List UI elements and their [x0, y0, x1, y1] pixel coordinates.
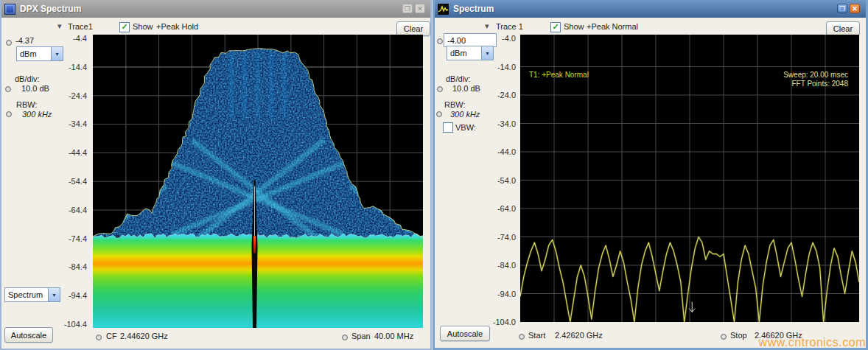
- y-axis-tick-label: -4.4: [50, 33, 87, 43]
- sweep-value: Sweep: 20.00 msec: [783, 71, 848, 80]
- spectrum-window: Spectrum Trace 1 Show +Peak Normal Clear…: [433, 0, 868, 350]
- y-axis-tick-label: -104.0: [479, 317, 516, 327]
- db-div-value[interactable]: 10.0 dB: [452, 84, 480, 93]
- y-axis-tick-label: -44.4: [50, 147, 87, 158]
- start-value[interactable]: 2.42620 GHz: [555, 331, 603, 340]
- spectrum-titlebar[interactable]: Spectrum: [435, 0, 866, 18]
- y-axis-tick-label: -84.0: [479, 260, 516, 270]
- pin-icon[interactable]: [6, 40, 12, 46]
- pin-icon[interactable]: [519, 334, 525, 340]
- vbw-label: VBW:: [455, 123, 476, 132]
- start-label: Start: [528, 331, 545, 340]
- rbw-label: RBW:: [16, 100, 38, 109]
- dropdown-arrow-icon[interactable]: [481, 46, 493, 60]
- show-checkbox[interactable]: [119, 22, 130, 32]
- span-label: Span: [351, 332, 371, 340]
- pin-icon[interactable]: [96, 335, 102, 340]
- trace-info-annotation: T1: +Peak Normal: [529, 71, 589, 79]
- show-label: Show: [133, 22, 153, 31]
- y-axis-tick-label: -84.4: [50, 262, 87, 272]
- clear-button[interactable]: Clear: [396, 21, 430, 36]
- y-axis-tick-label: -14.0: [479, 62, 516, 72]
- units-value: dBm: [447, 49, 481, 57]
- trace-selector[interactable]: Trace 1: [496, 22, 523, 31]
- pin-icon[interactable]: [342, 335, 348, 340]
- stop-label: Stop: [730, 331, 747, 340]
- site-watermark: www.cntronics.com: [759, 336, 866, 349]
- rbw-label: RBW:: [444, 100, 466, 109]
- close-button[interactable]: [850, 4, 860, 13]
- units-dropdown[interactable]: dBm: [447, 46, 494, 60]
- autoscale-button[interactable]: Autoscale: [440, 326, 490, 341]
- detection-mode-label[interactable]: +Peak Normal: [587, 22, 638, 31]
- y-axis-tick-label: -34.4: [50, 119, 87, 129]
- y-axis-tick-label: -24.4: [50, 91, 87, 101]
- y-axis-tick-label: -34.0: [479, 119, 516, 129]
- pin-icon[interactable]: [437, 38, 443, 44]
- window-title: DPX Spectrum: [20, 4, 81, 14]
- detection-mode-label[interactable]: +Peak Hold: [156, 22, 198, 31]
- pin-icon[interactable]: [721, 334, 727, 340]
- y-axis-tick-label: -74.4: [50, 234, 87, 244]
- dpx-display-canvas[interactable]: [93, 35, 423, 328]
- db-div-value[interactable]: 10.0 dB: [21, 84, 49, 93]
- pin-icon[interactable]: [5, 86, 11, 92]
- y-axis-tick-label: -4.0: [479, 33, 516, 43]
- cf-value[interactable]: 2.44620 GHz: [120, 332, 168, 340]
- rbw-value[interactable]: 300 kHz: [22, 110, 52, 119]
- y-axis-tick-label: -14.4: [50, 62, 87, 72]
- clear-button[interactable]: Clear: [826, 21, 860, 36]
- pin-icon[interactable]: [6, 111, 12, 117]
- pin-icon[interactable]: [436, 111, 442, 117]
- y-axis-tick-label: -104.4: [50, 319, 87, 329]
- chevron-down-icon[interactable]: [57, 21, 62, 31]
- close-button[interactable]: [415, 4, 425, 13]
- ref-level-value[interactable]: -4.37: [15, 36, 34, 45]
- dropdown-arrow-icon[interactable]: [51, 47, 63, 60]
- units-value: dBm: [17, 49, 51, 58]
- span-value[interactable]: 40.00 MHz: [374, 332, 413, 340]
- db-div-label: dB/div:: [15, 74, 40, 83]
- dpx-app-icon: [4, 4, 15, 15]
- spectrum-app-icon: [438, 4, 449, 15]
- vbw-checkbox[interactable]: [443, 122, 453, 133]
- y-axis-tick-label: -94.4: [50, 290, 87, 301]
- window-title: Spectrum: [453, 4, 494, 14]
- pin-icon[interactable]: [437, 86, 443, 92]
- y-axis-tick-label: -54.4: [50, 176, 87, 186]
- y-axis-tick-label: -24.0: [479, 90, 516, 100]
- units-dropdown[interactable]: dBm: [16, 46, 63, 61]
- y-axis-tick-label: -54.0: [479, 175, 516, 186]
- y-axis-tick-label: -64.0: [479, 203, 516, 214]
- trace-selector[interactable]: Trace1: [68, 22, 93, 31]
- dpx-titlebar[interactable]: DPX Spectrum: [1, 0, 430, 18]
- autoscale-button[interactable]: Autoscale: [4, 327, 53, 343]
- y-axis-tick-label: -44.0: [479, 147, 516, 157]
- db-div-label: dB/div:: [446, 74, 471, 83]
- y-axis-tick-label: -74.0: [479, 232, 516, 242]
- sweep-annotation: Sweep: 20.00 msec FFT Points: 2048: [783, 71, 848, 88]
- y-axis-tick-label: -94.0: [479, 289, 516, 299]
- display-mode-value: Spectrum: [5, 290, 48, 299]
- restore-button[interactable]: [402, 4, 413, 13]
- dpx-spectrum-window: DPX Spectrum Trace1 Show +Peak Hold Clea…: [0, 0, 432, 350]
- fft-points-value: FFT Points: 2048: [783, 80, 848, 88]
- desktop: DPX Spectrum Trace1 Show +Peak Hold Clea…: [0, 0, 868, 350]
- chevron-down-icon[interactable]: [485, 21, 489, 31]
- show-label: Show: [564, 22, 584, 31]
- rbw-value[interactable]: 300 kHz: [450, 110, 480, 119]
- show-checkbox[interactable]: [550, 22, 561, 32]
- y-axis-tick-label: -64.4: [50, 205, 87, 215]
- cf-label: CF: [106, 332, 117, 340]
- restore-button[interactable]: [837, 4, 847, 13]
